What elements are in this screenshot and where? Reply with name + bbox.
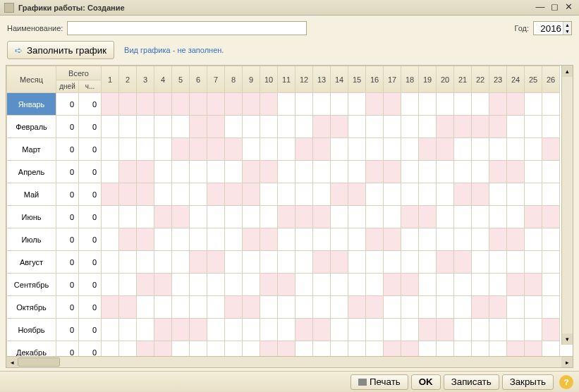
- schedule-table[interactable]: МесяцВсего123456789101112131415161718192…: [6, 66, 560, 356]
- day-cell[interactable]: [119, 341, 137, 357]
- day-cell[interactable]: [295, 228, 313, 251]
- day-cell[interactable]: [419, 138, 437, 161]
- day-cell[interactable]: [331, 116, 348, 138]
- day-cell[interactable]: [472, 161, 489, 183]
- help-button[interactable]: ?: [559, 375, 573, 389]
- day-cell[interactable]: [190, 116, 207, 138]
- day-cell[interactable]: [472, 319, 489, 341]
- day-cell[interactable]: [119, 319, 137, 341]
- day-cell[interactable]: [401, 341, 419, 357]
- day-cell[interactable]: [507, 138, 525, 161]
- day-cell[interactable]: [190, 251, 207, 274]
- print-button[interactable]: Печать: [351, 374, 408, 390]
- day-cell[interactable]: [542, 116, 560, 138]
- day-cell[interactable]: [225, 161, 243, 183]
- day-cell[interactable]: [331, 93, 348, 116]
- day-cell[interactable]: [172, 274, 190, 296]
- day-cell[interactable]: [102, 296, 119, 319]
- day-cell[interactable]: [260, 183, 278, 206]
- day-cell[interactable]: [260, 138, 278, 161]
- day-cell[interactable]: [190, 274, 207, 296]
- day-cell[interactable]: [102, 206, 119, 228]
- day-cell[interactable]: [454, 251, 472, 274]
- day-cell[interactable]: [401, 228, 419, 251]
- minimize-button[interactable]: —: [534, 2, 547, 13]
- day-cell[interactable]: [172, 161, 190, 183]
- day-cell[interactable]: [243, 228, 260, 251]
- day-cell[interactable]: [278, 116, 295, 138]
- day-cell[interactable]: [437, 161, 454, 183]
- day-cell[interactable]: [401, 274, 419, 296]
- day-cell[interactable]: [190, 183, 207, 206]
- day-cell[interactable]: [243, 116, 260, 138]
- day-cell[interactable]: [437, 206, 454, 228]
- day-cell[interactable]: [384, 319, 401, 341]
- day-cell[interactable]: [137, 274, 154, 296]
- day-cell[interactable]: [384, 206, 401, 228]
- day-cell[interactable]: [278, 251, 295, 274]
- day-cell[interactable]: [384, 341, 401, 357]
- day-cell[interactable]: [331, 341, 348, 357]
- day-cell[interactable]: [331, 138, 348, 161]
- day-cell[interactable]: [384, 161, 401, 183]
- day-cell[interactable]: [295, 206, 313, 228]
- day-cell[interactable]: [542, 319, 560, 341]
- day-cell[interactable]: [489, 296, 507, 319]
- day-cell[interactable]: [313, 183, 331, 206]
- day-cell[interactable]: [102, 116, 119, 138]
- day-cell[interactable]: [489, 116, 507, 138]
- day-cell[interactable]: [366, 161, 384, 183]
- day-cell[interactable]: [172, 251, 190, 274]
- day-cell[interactable]: [384, 228, 401, 251]
- year-spinner[interactable]: ▲▼: [563, 22, 571, 35]
- day-cell[interactable]: [295, 296, 313, 319]
- day-cell[interactable]: [207, 116, 225, 138]
- day-cell[interactable]: [313, 296, 331, 319]
- day-cell[interactable]: [154, 251, 172, 274]
- day-cell[interactable]: [295, 116, 313, 138]
- day-cell[interactable]: [225, 116, 243, 138]
- day-cell[interactable]: [102, 274, 119, 296]
- scroll-right-button[interactable]: ▸: [561, 357, 573, 367]
- day-cell[interactable]: [190, 93, 207, 116]
- day-cell[interactable]: [313, 274, 331, 296]
- day-cell[interactable]: [243, 93, 260, 116]
- day-cell[interactable]: [419, 296, 437, 319]
- day-cell[interactable]: [401, 251, 419, 274]
- day-cell[interactable]: [331, 206, 348, 228]
- day-cell[interactable]: [472, 138, 489, 161]
- horizontal-scrollbar[interactable]: ◂ ▸: [6, 356, 573, 367]
- day-cell[interactable]: [172, 341, 190, 357]
- day-cell[interactable]: [225, 206, 243, 228]
- day-cell[interactable]: [454, 116, 472, 138]
- day-cell[interactable]: [260, 206, 278, 228]
- day-cell[interactable]: [437, 319, 454, 341]
- day-cell[interactable]: [366, 206, 384, 228]
- scroll-up-button[interactable]: ▴: [562, 66, 573, 77]
- day-cell[interactable]: [190, 161, 207, 183]
- day-cell[interactable]: [243, 274, 260, 296]
- table-row[interactable]: Январь00: [7, 93, 560, 116]
- day-cell[interactable]: [137, 161, 154, 183]
- day-cell[interactable]: [366, 116, 384, 138]
- day-cell[interactable]: [507, 319, 525, 341]
- day-cell[interactable]: [243, 251, 260, 274]
- day-cell[interactable]: [313, 251, 331, 274]
- day-cell[interactable]: [507, 251, 525, 274]
- day-cell[interactable]: [331, 274, 348, 296]
- day-cell[interactable]: [172, 93, 190, 116]
- day-cell[interactable]: [507, 116, 525, 138]
- day-cell[interactable]: [472, 116, 489, 138]
- day-cell[interactable]: [172, 206, 190, 228]
- day-cell[interactable]: [525, 274, 542, 296]
- day-cell[interactable]: [137, 296, 154, 319]
- day-cell[interactable]: [225, 138, 243, 161]
- day-cell[interactable]: [102, 251, 119, 274]
- day-cell[interactable]: [295, 319, 313, 341]
- day-cell[interactable]: [542, 228, 560, 251]
- day-cell[interactable]: [454, 296, 472, 319]
- day-cell[interactable]: [525, 116, 542, 138]
- day-cell[interactable]: [172, 296, 190, 319]
- day-cell[interactable]: [507, 183, 525, 206]
- day-cell[interactable]: [190, 138, 207, 161]
